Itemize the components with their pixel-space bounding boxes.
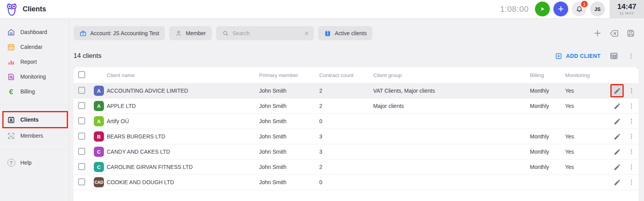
sidebar-item-label: Monitoring	[20, 74, 46, 80]
table-header-row: Client name Primary member Contract coun…	[73, 67, 639, 83]
plus-icon	[593, 29, 602, 38]
edit-client-button[interactable]	[610, 176, 624, 189]
kebab-icon	[627, 52, 635, 60]
sidebar-item-help[interactable]: ? Help	[0, 155, 69, 170]
euro-icon: €	[7, 88, 15, 96]
notifications-button[interactable]: 1	[572, 2, 587, 16]
add-filter-button[interactable]	[593, 29, 602, 38]
quick-add-button[interactable]: +	[553, 2, 568, 16]
table-row[interactable]: CAD COOKIE AND DOUGH LTD John Smith 0	[73, 174, 639, 190]
sidebar-item-label: Members	[20, 133, 43, 139]
column-header-client-name: Client name	[107, 72, 259, 78]
row-checkbox[interactable]	[78, 102, 85, 109]
row-menu-button[interactable]	[627, 176, 636, 189]
search-field	[216, 26, 314, 40]
table-row[interactable]: B BEARS BURGERS LTD John Smith 3 Monthly…	[73, 129, 639, 144]
clock-date: 11 MAY	[619, 11, 634, 15]
contract-count: 0	[319, 118, 373, 124]
sidebar-item-clients[interactable]: Clients	[0, 111, 69, 128]
row-menu-button[interactable]	[627, 145, 636, 158]
row-menu-button[interactable]	[627, 115, 636, 128]
sidebar-item-members[interactable]: Members	[0, 128, 69, 143]
row-menu-button[interactable]	[627, 130, 636, 143]
active-client-badge-icon	[324, 30, 331, 37]
table-row[interactable]: C CANDY AND CAKES LTD John Smith 3 Month…	[73, 144, 639, 159]
primary-member: John Smith	[259, 164, 319, 170]
client-count: 14 clients	[73, 52, 102, 60]
table-row[interactable]: A APPLE LTD John Smith 2 Major clients M…	[73, 98, 639, 113]
timer-display: 1:08:00	[500, 4, 529, 14]
column-header-contract-count: Contract count	[319, 72, 373, 78]
contract-count: 2	[319, 103, 373, 109]
edit-client-button[interactable]	[610, 84, 624, 97]
active-clients-filter-chip[interactable]: Active clients	[318, 26, 373, 40]
member-filter-chip[interactable]: Member	[169, 26, 211, 40]
kebab-icon	[628, 133, 635, 140]
user-avatar[interactable]: JS	[590, 2, 605, 16]
account-filter-label: Account: JS Accounting Test	[90, 30, 159, 36]
clear-search-icon[interactable]	[304, 31, 309, 36]
monitoring-value: Yes	[565, 103, 610, 109]
edit-client-button[interactable]	[610, 115, 624, 128]
row-menu-button[interactable]	[627, 160, 636, 174]
contract-count: 3	[319, 133, 373, 140]
table-row[interactable]: A ACCOUNTING ADVICE LIMITED John Smith 2…	[73, 83, 639, 98]
table-row[interactable]: C CAROLINE GIRVAN FITNESS LTD John Smith…	[73, 159, 639, 174]
clients-badge-icon	[7, 116, 15, 124]
sidebar-item-billing[interactable]: € Billing	[0, 84, 69, 99]
row-checkbox[interactable]	[78, 133, 85, 140]
save-icon	[626, 29, 635, 38]
question-icon: ?	[7, 159, 15, 167]
save-view-button[interactable]	[626, 29, 635, 38]
edit-client-button[interactable]	[610, 99, 624, 113]
select-all-checkbox[interactable]	[78, 71, 85, 78]
table-row[interactable]: A Artify OÜ John Smith 0	[73, 113, 639, 129]
sidebar-item-label: Billing	[20, 88, 35, 95]
pencil-icon	[614, 102, 621, 110]
row-checkbox[interactable]	[78, 117, 85, 124]
add-client-button[interactable]: ADD CLIENT	[555, 52, 601, 60]
play-icon	[538, 5, 546, 13]
row-menu-button[interactable]	[627, 84, 636, 97]
boxed-plus-icon	[555, 52, 562, 60]
billing-value: Monthly	[530, 149, 565, 155]
pencil-icon	[614, 87, 621, 95]
search-input[interactable]	[233, 30, 300, 36]
client-name: BEARS BURGERS LTD	[107, 133, 259, 140]
sidebar-item-report[interactable]: Report	[0, 54, 69, 69]
row-menu-button[interactable]	[627, 99, 636, 113]
sidebar-item-monitoring[interactable]: Monitoring	[0, 69, 69, 84]
column-header-billing: Billing	[530, 72, 565, 78]
client-name: CAROLINE GIRVAN FITNESS LTD	[107, 164, 259, 170]
pencil-icon	[614, 179, 621, 186]
column-settings-button[interactable]	[609, 51, 619, 61]
primary-member: John Smith	[259, 133, 319, 140]
sidebar-item-calendar[interactable]: Calendar	[0, 39, 69, 54]
sidebar-item-label: Clients	[20, 117, 39, 123]
row-checkbox[interactable]	[78, 87, 85, 94]
client-avatar: A	[94, 86, 104, 96]
account-filter-chip[interactable]: Account: JS Accounting Test	[73, 26, 165, 40]
edit-client-button[interactable]	[610, 145, 624, 158]
row-checkbox[interactable]	[78, 148, 85, 155]
primary-member: John Smith	[259, 118, 319, 124]
row-checkbox[interactable]	[78, 178, 85, 185]
kebab-icon	[628, 148, 635, 155]
edit-client-button[interactable]	[610, 160, 624, 174]
list-menu-button[interactable]	[627, 52, 635, 60]
pencil-icon	[614, 118, 621, 125]
person-icon	[175, 30, 182, 37]
list-header: 14 clients ADD CLIENT	[73, 50, 639, 62]
clear-filters-button[interactable]	[609, 29, 619, 38]
sidebar-item-dashboard[interactable]: Dashboard	[0, 25, 69, 39]
sidebar: Dashboard Calendar Report Monitoring € B…	[0, 18, 69, 201]
edit-client-button[interactable]	[610, 130, 624, 143]
member-filter-label: Member	[186, 30, 206, 36]
clock-time: 14:47	[617, 3, 637, 11]
row-checkbox[interactable]	[78, 163, 85, 170]
primary-member: John Smith	[259, 179, 319, 185]
filter-actions	[593, 29, 639, 38]
client-avatar: B	[94, 131, 104, 142]
start-timer-button[interactable]	[535, 2, 550, 16]
contract-count: 2	[319, 164, 373, 170]
